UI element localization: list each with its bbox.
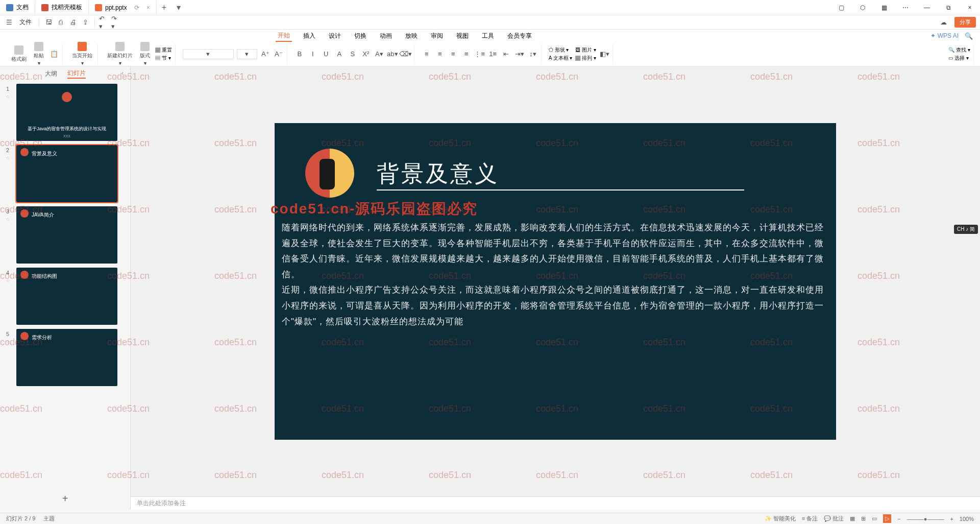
align-justify-icon[interactable]: ≡ (461, 49, 472, 59)
tab-templates[interactable]: 找稻壳模板 (35, 1, 89, 15)
new-slide-button[interactable]: 新建幻灯片 ▾ (105, 41, 135, 67)
find-button[interactable]: 🔍 查找 ▾ (948, 46, 970, 54)
ribbon-start[interactable]: 开始 (276, 30, 292, 42)
print-preview-icon[interactable]: ⎙ (56, 17, 66, 28)
wc1-icon[interactable]: ▢ (831, 0, 851, 15)
slide-title[interactable]: 背景及意义 (377, 159, 499, 189)
thumbnail-3[interactable]: JAVA简介 (16, 206, 117, 264)
picture-button[interactable]: 🖼 图片 ▾ (575, 46, 596, 54)
bullets-icon[interactable]: ⋮≡ (475, 49, 485, 59)
underline-icon[interactable]: U (321, 49, 331, 59)
wc2-icon[interactable]: ⬡ (852, 0, 873, 15)
star-icon[interactable]: ☆ (6, 339, 10, 345)
export-icon[interactable]: ⇪ (80, 17, 90, 28)
notes-area[interactable]: 单击此处添加备注 (131, 496, 980, 510)
format-painter-button[interactable]: 格式刷 (9, 44, 29, 64)
layout-button[interactable]: 版式 ▾ (138, 41, 152, 67)
share-button[interactable]: 分享 (954, 17, 976, 28)
save-icon[interactable]: 🖫 (43, 17, 54, 28)
clipboard-icon[interactable]: 📋 (49, 49, 59, 59)
file-menu[interactable]: 文件 (16, 17, 35, 28)
notes-button[interactable]: ≡ 备注 (802, 515, 818, 522)
undo-icon[interactable]: ↶ ▾ (99, 17, 109, 28)
ribbon-animation[interactable]: 动画 (378, 31, 394, 41)
slide-body[interactable]: 随着网络时代的到来，网络系统体系逐渐完善，发展成熟，影响改变着人们的生活方式。在… (282, 220, 829, 329)
star-icon[interactable]: ☆ (6, 155, 10, 161)
view-sorter-icon[interactable]: ⊞ (861, 515, 866, 522)
collapse-panel-icon[interactable]: ‹ (121, 69, 124, 77)
zoom-in-icon[interactable]: + (950, 516, 953, 522)
add-slide-button[interactable]: + (0, 488, 130, 510)
from-current-button[interactable]: 当页开始 ▾ (70, 41, 94, 67)
ribbon-insert[interactable]: 插入 (301, 31, 317, 41)
ime-badge[interactable]: CH ♪ 简 (954, 225, 978, 234)
maximize-icon[interactable]: ⧉ (938, 0, 959, 15)
beautify-button[interactable]: ✨ 智能美化 (765, 515, 796, 522)
indent-right-icon[interactable]: ⇥▾ (514, 49, 525, 59)
star-icon[interactable]: ☆ (6, 278, 10, 283)
strike-icon[interactable]: A (334, 49, 345, 59)
zoom-slider[interactable]: ———●——— (907, 516, 944, 522)
strikethrough-icon[interactable]: S (348, 49, 358, 59)
tab-documents[interactable]: 文档 (0, 1, 35, 15)
new-tab-button[interactable]: + (157, 3, 172, 12)
fontcolor-icon[interactable]: A▾ (374, 49, 384, 59)
thumbnail-1[interactable]: 基于Java的宿舍管理系统的设计与实现XXX (16, 84, 117, 141)
wc4-icon[interactable]: ⋯ (895, 0, 916, 15)
tab-ppt[interactable]: ppt.pptx⟳× (89, 1, 157, 15)
ribbon-tools[interactable]: 工具 (480, 31, 496, 41)
italic-icon[interactable]: I (308, 49, 318, 59)
textbox-button[interactable]: A 文本框 ▾ (549, 55, 573, 62)
align-left-icon[interactable]: ≡ (422, 49, 432, 59)
tab-dropdown-icon[interactable]: ▾ (172, 3, 186, 12)
thumbnail-2[interactable]: 背景及意义 (16, 145, 117, 202)
ribbon-design[interactable]: 设计 (327, 31, 343, 41)
ribbon-slideshow[interactable]: 放映 (403, 31, 420, 41)
wps-ai-button[interactable]: ✦ WPS AI (930, 32, 959, 39)
ribbon-review[interactable]: 审阅 (429, 31, 445, 41)
indent-left-icon[interactable]: ⇤ (501, 49, 511, 59)
clearformat-icon[interactable]: ⌫▾ (401, 49, 411, 59)
ribbon-view[interactable]: 视图 (454, 31, 471, 41)
linespacing-icon[interactable]: ↕▾ (528, 49, 538, 59)
increase-font-icon[interactable]: A⁺ (260, 49, 271, 59)
reset-button[interactable]: ▦ 重置 (155, 46, 172, 54)
view-normal-icon[interactable]: ▦ (850, 515, 855, 522)
fill-icon[interactable]: ◧▾ (599, 49, 609, 59)
zoom-out-icon[interactable]: − (897, 516, 900, 522)
star-icon[interactable]: ☆ (6, 217, 10, 222)
superscript-icon[interactable]: X² (361, 49, 371, 59)
ribbon-transition[interactable]: 切换 (352, 31, 369, 41)
tab-refresh-icon[interactable]: ⟳ (134, 4, 139, 11)
slides-tab[interactable]: 幻灯片 (67, 69, 86, 79)
shape-button[interactable]: ⬠ 形状 ▾ (549, 46, 573, 54)
slide-content[interactable]: 背景及意义 随着网络时代的到来，网络系统体系逐渐完善，发展成熟，影响改变着人们的… (275, 123, 836, 440)
close-icon[interactable]: × (960, 0, 980, 15)
numbering-icon[interactable]: 1≡ (488, 49, 498, 59)
wc3-icon[interactable]: ▦ (874, 0, 894, 15)
status-theme[interactable]: 主题 (43, 515, 55, 522)
thumbnail-5[interactable]: 需求分析 (16, 329, 117, 386)
view-reading-icon[interactable]: ▭ (872, 515, 877, 522)
align-center-icon[interactable]: ≡ (435, 49, 445, 59)
decrease-font-icon[interactable]: A⁻ (274, 49, 284, 59)
paste-button[interactable]: 粘贴 ▾ (32, 41, 46, 67)
comments-button[interactable]: 💬 批注 (824, 515, 844, 522)
ribbon-member[interactable]: 会员专享 (505, 31, 534, 41)
cloud-icon[interactable]: ☁ (938, 17, 948, 28)
print-icon[interactable]: 🖨 (68, 17, 78, 28)
zoom-value[interactable]: 100% (960, 516, 974, 522)
section-button[interactable]: ▤ 节 ▾ (155, 55, 172, 62)
menu-icon[interactable]: ☰ (4, 17, 14, 28)
minimize-icon[interactable]: — (917, 0, 937, 15)
view-slideshow-icon[interactable]: ▷ (883, 514, 891, 523)
highlight-icon[interactable]: ab▾ (387, 49, 398, 59)
outline-tab[interactable]: 大纲 (45, 69, 57, 78)
search-icon[interactable]: 🔍 (964, 31, 974, 41)
arrange-button[interactable]: ▦ 排列 ▾ (575, 55, 596, 62)
fontsize-select[interactable]: ▾ (237, 49, 257, 59)
star-icon[interactable]: ☆ (6, 94, 10, 100)
redo-icon[interactable]: ↷ ▾ (111, 17, 121, 28)
tab-close-icon[interactable]: × (146, 4, 150, 11)
align-right-icon[interactable]: ≡ (448, 49, 458, 59)
